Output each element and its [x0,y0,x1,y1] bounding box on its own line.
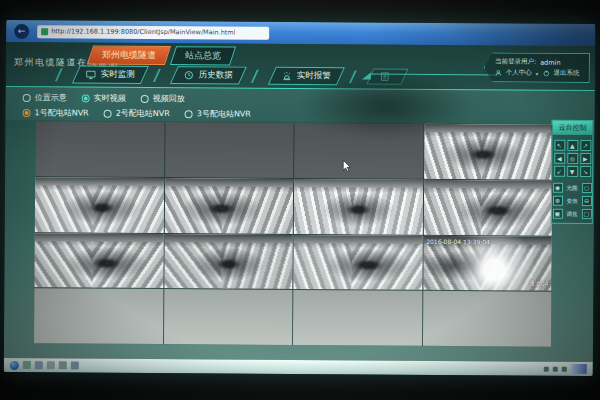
radio-label: 实时视频 [94,93,126,104]
radio-icon [104,109,112,117]
radio-nvr-1[interactable]: 1号配电站NVR [23,107,89,118]
video-cell-feed[interactable] [164,234,293,290]
video-cell-feed[interactable] [35,177,164,233]
focus-far-icon[interactable]: ▢ [581,209,591,219]
video-cell-blank[interactable] [163,289,292,345]
address-bar[interactable]: http://192.168.1.199:8080/ClientJsp/Main… [37,25,269,40]
zoom-out-icon[interactable]: ⊖ [581,196,591,206]
taskbar-app-icon[interactable] [47,361,55,369]
ptz-direction-pad: ↖ ▲ ↗ ◀ ◎ ▶ ↙ ▼ ↘ [552,135,592,180]
alarm-icon [282,71,292,81]
taskbar-app-icon[interactable] [71,361,79,369]
radio-view-playback[interactable]: 视频回放 [141,93,185,104]
radio-label: 位置示意 [35,92,67,103]
tab-label: 郑州电缆隧道 [102,49,156,62]
focus-near-icon[interactable]: ▣ [552,209,562,219]
ptz-down-button[interactable]: ▼ [567,166,578,177]
video-image [164,178,293,234]
zoom-label: 变倍 [564,197,579,204]
radio-nvr-3[interactable]: 3号配电站NVR [185,108,251,119]
video-image [164,234,293,290]
ptz-up-button[interactable]: ▲ [567,140,578,151]
ptz-left-button[interactable]: ◀ [554,153,565,164]
tab-cable-tunnel[interactable]: 郑州电缆隧道 [87,46,171,66]
video-image [423,180,552,236]
video-cell-feed[interactable] [293,234,422,290]
video-cell-empty[interactable] [165,122,294,178]
radio-label: 2号配电站NVR [116,108,170,119]
ptz-panel-title: 云台控制 [552,121,592,135]
radio-view-live-video[interactable]: 实时视频 [82,92,126,103]
tray-icon[interactable] [562,366,567,371]
radio-icon [185,110,193,118]
video-cell-feed[interactable] [164,178,293,234]
focus-label: 调焦 [564,210,579,217]
menu-divider [349,70,362,83]
taskbar-app-icon[interactable] [35,361,43,369]
ptz-down-left-button[interactable]: ↙ [554,166,565,177]
radio-icon [141,94,149,102]
ptz-up-right-button[interactable]: ↗ [580,140,591,151]
radio-icon [23,109,31,117]
ptz-auto-button[interactable]: ◎ [567,153,578,164]
tab-site-overview[interactable]: 站点总览 [170,46,236,65]
video-image [293,234,422,290]
taskbar-app-icon[interactable] [59,361,67,369]
video-cell-empty[interactable] [294,123,423,179]
menu-item-more[interactable] [366,69,408,85]
iris-open-icon[interactable]: ◉ [553,183,563,193]
radio-view-position[interactable]: 位置示意 [23,92,67,103]
history-icon [184,70,194,80]
logout-link[interactable]: 退出系统 [553,69,579,78]
video-image [35,177,164,233]
profile-link[interactable]: 个人中心 [506,68,532,77]
ptz-down-right-button[interactable]: ↘ [580,166,591,177]
zoom-in-icon[interactable]: ⊕ [552,196,562,206]
radio-icon [23,94,31,102]
tray-icon[interactable] [544,366,549,371]
video-cell-feed[interactable] [294,179,423,235]
video-cell-feed-flare[interactable]: 2016-08-04 13:39:04 通道04 [423,235,552,291]
monitor-icon [86,70,96,80]
start-button-icon[interactable] [10,360,19,369]
ptz-zoom-row: ⊕ 变倍 ⊖ [552,196,592,206]
ptz-up-left-button[interactable]: ↖ [554,140,565,151]
radio-icon [82,94,90,102]
windows-taskbar [4,358,593,376]
ptz-panel: 云台控制 ↖ ▲ ↗ ◀ ◎ ▶ ↙ ▼ ↘ ◉ 光圈 ○ [551,120,594,224]
video-cell-feed[interactable] [424,124,553,180]
video-cell-feed[interactable] [34,233,163,289]
tray-icon[interactable] [553,366,558,371]
taskbar-app-icon[interactable] [23,361,31,369]
username: admin [540,58,560,66]
login-user-label: 当前登录用户: [495,57,536,66]
video-image [294,179,423,235]
ptz-right-button[interactable]: ▶ [580,153,591,164]
video-cell-empty[interactable] [35,121,164,177]
menu-item-label: 历史数据 [199,69,233,81]
menu-item-realtime-monitor[interactable]: 实时监测 [72,65,149,83]
main-menu: 实时监测 历史数据 实时报警 [58,65,405,85]
iris-label: 光圈 [565,184,580,191]
video-cell-blank[interactable] [422,291,551,347]
video-cell-blank[interactable] [34,288,163,344]
app-window: 郑州电缆隧道在线监测 郑州电缆隧道 站点总览 实时监测 [4,42,595,362]
iris-close-icon[interactable]: ○ [582,183,592,193]
ptz-iris-row: ◉ 光圈 ○ [552,183,592,193]
radio-label: 视频回放 [153,93,185,104]
taskbar-spacer [83,365,540,368]
url-text: http://192.168.1.199:8080/ClientJsp/Main… [51,27,235,36]
video-cell-blank[interactable] [293,290,422,346]
menu-item-label: 实时监测 [101,69,135,81]
radio-nvr-2[interactable]: 2号配电站NVR [104,108,170,119]
video-image [34,233,163,289]
chevron-down-icon[interactable]: ▾ [536,70,539,76]
video-cell-feed[interactable] [423,180,552,236]
back-button[interactable]: ← [14,24,29,39]
tab-bar: 郑州电缆隧道 站点总览 [90,46,233,66]
menu-item-realtime-alarm[interactable]: 实时报警 [268,67,345,85]
power-icon [542,70,549,77]
menu-item-history-data[interactable]: 历史数据 [170,66,247,84]
screen-edge-glow [571,364,587,374]
video-image [424,124,553,180]
